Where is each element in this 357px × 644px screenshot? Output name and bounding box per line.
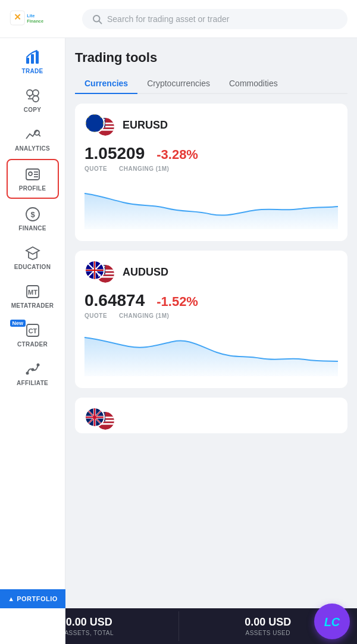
eurusd-quote-row: 1.05209 -3.28%: [84, 144, 338, 163]
tabs: Currencies Cryptocurrencies Commodities: [75, 74, 347, 94]
svg-text:LC: LC: [324, 615, 340, 629]
sidebar-item-metatrader[interactable]: MT METATRADER: [7, 277, 59, 315]
eurusd-labels: QUOTE CHANGING (1M): [84, 165, 338, 172]
eurusd-quote-label: QUOTE: [84, 165, 107, 172]
svg-point-9: [27, 90, 33, 96]
flag-pair-eurusd: [84, 113, 115, 137]
education-icon: [24, 245, 41, 261]
copy-icon: [24, 87, 41, 104]
eurusd-pair-name: EURUSD: [123, 119, 168, 132]
lc-logo-icon: LC: [319, 608, 345, 634]
audusd-change-value: -1.52%: [156, 294, 198, 310]
svg-point-17: [29, 172, 32, 176]
portfolio-bar[interactable]: ▲ PORTFOLIO: [0, 589, 65, 608]
sidebar-item-finance[interactable]: $ FINANCE: [7, 200, 59, 237]
sidebar-item-education[interactable]: EDUCATION: [7, 239, 59, 276]
audusd-labels: QUOTE CHANGING (1M): [84, 312, 338, 319]
main-layout: TRADE COPY: [0, 38, 357, 644]
svg-text:MT: MT: [28, 289, 37, 296]
svg-text:Finance: Finance: [27, 18, 43, 24]
eurusd-change-label: CHANGING (1M): [119, 165, 169, 172]
metatrader-label: METATRADER: [11, 302, 54, 309]
tab-currencies[interactable]: Currencies: [75, 74, 137, 94]
portfolio-label: ▲ PORTFOLIO: [8, 595, 58, 602]
chart-bar-icon: [24, 49, 41, 65]
search-bar[interactable]: Search for trading asset or trader: [82, 9, 347, 29]
trade-label: TRADE: [22, 68, 43, 74]
svg-point-30: [36, 364, 39, 367]
affiliate-label: AFFILIATE: [17, 380, 48, 386]
svg-point-29: [31, 368, 34, 371]
search-icon: [92, 14, 102, 24]
sidebar-item-trade[interactable]: TRADE: [7, 43, 59, 80]
analytics-icon: [24, 126, 41, 143]
new-badge: New: [10, 320, 26, 327]
audusd-quote-row: 0.64874 -1.52%: [84, 291, 338, 310]
search-placeholder: Search for trading asset or trader: [107, 14, 229, 24]
svg-text:Lite: Lite: [27, 12, 35, 18]
svg-point-28: [26, 372, 29, 375]
sidebar-item-ctrader[interactable]: New CT CTRADER: [7, 316, 59, 354]
tab-cryptocurrencies[interactable]: Cryptocurrencies: [137, 74, 220, 94]
assets-used-amount: 0.00 USD: [245, 616, 291, 629]
svg-text:CT: CT: [28, 327, 37, 334]
ctrader-icon: CT: [24, 322, 41, 339]
trading-card-gbpusd[interactable]: [75, 398, 347, 433]
svg-point-11: [33, 90, 39, 96]
flag-pair-audusd: [84, 260, 115, 284]
sidebar: TRADE COPY: [0, 38, 65, 644]
card-header-audusd: AUDUSD: [84, 260, 338, 284]
finance-icon: $: [24, 206, 41, 223]
sidebar-item-analytics[interactable]: ANALYTICS: [7, 120, 59, 158]
audusd-quote-label: QUOTE: [84, 312, 107, 319]
eu-flag-icon: [84, 113, 105, 133]
svg-line-5: [99, 21, 101, 23]
card-header-gbpusd: [84, 407, 338, 431]
sidebar-item-affiliate[interactable]: AFFILIATE: [7, 355, 59, 392]
affiliate-icon: [24, 361, 41, 377]
audusd-chart: [84, 329, 338, 376]
finance-label: FINANCE: [18, 225, 46, 232]
svg-rect-6: [26, 58, 29, 64]
logo-area: ✕ Lite Finance: [10, 7, 75, 31]
tab-commodities[interactable]: Commodities: [220, 74, 287, 94]
eurusd-change-value: -3.28%: [156, 147, 198, 162]
lc-chat-button[interactable]: LC: [314, 604, 350, 639]
ctrader-label: CTRADER: [17, 341, 48, 348]
education-label: EDUCATION: [14, 264, 51, 270]
assets-used-label: ASSETS USED: [245, 630, 290, 636]
audusd-pair-name: AUDUSD: [123, 266, 168, 279]
audusd-quote-value: 0.64874: [84, 291, 145, 310]
copy-label: COPY: [24, 107, 42, 113]
audusd-change-label: CHANGING (1M): [119, 312, 169, 319]
assets-total-amount: 0.00 USD: [66, 616, 112, 629]
logo-icon: ✕ Lite Finance: [10, 7, 57, 31]
au-flag-icon: [84, 260, 105, 280]
content-area: Trading tools Currencies Cryptocurrencie…: [65, 38, 357, 644]
svg-rect-7: [31, 54, 34, 64]
assets-total-label: ASSETS, TOTAL: [64, 630, 114, 636]
page-title: Trading tools: [75, 50, 347, 65]
sidebar-item-copy[interactable]: COPY: [7, 82, 59, 119]
header: ✕ Lite Finance Search for trading asset …: [0, 0, 357, 38]
svg-point-10: [33, 96, 39, 102]
analytics-label: ANALYTICS: [15, 145, 50, 152]
trading-card-audusd[interactable]: AUDUSD 0.64874 -1.52% QUOTE CHANGING (1M…: [75, 251, 347, 388]
eurusd-quote-value: 1.05209: [84, 144, 145, 163]
svg-line-15: [39, 135, 40, 136]
profile-icon: [24, 166, 41, 183]
svg-text:✕: ✕: [14, 12, 21, 22]
svg-text:$: $: [30, 210, 35, 219]
card-header-eurusd: EURUSD: [84, 113, 338, 137]
eurusd-chart: [84, 182, 338, 229]
flag-pair-gbpusd: [84, 407, 115, 431]
profile-label: PROFILE: [19, 185, 46, 192]
metatrader-icon: MT: [24, 283, 41, 300]
svg-rect-8: [36, 51, 39, 64]
sidebar-item-profile[interactable]: PROFILE: [7, 159, 59, 199]
trading-card-eurusd[interactable]: EURUSD 1.05209 -3.28% QUOTE CHANGING (1M…: [75, 104, 347, 241]
gb-flag-icon: [84, 407, 105, 427]
